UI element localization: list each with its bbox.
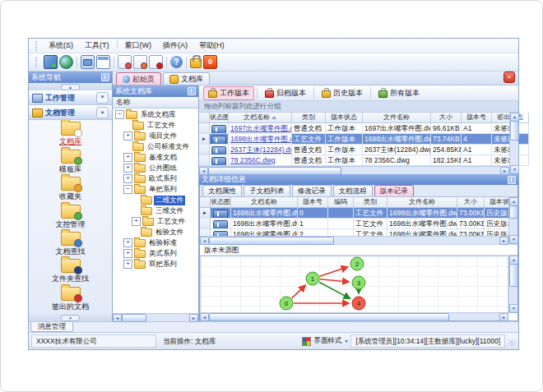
table-row[interactable]: ►1698出水嘴零件图.dwg工艺文件工作版本1698出水嘴零件图.dwg73.…	[199, 134, 509, 145]
help-icon[interactable]: ?	[170, 56, 183, 68]
sidebar-expand-strip[interactable]: ▼	[29, 314, 112, 321]
folder-open-icon[interactable]	[81, 55, 95, 69]
table-cell[interactable]: 73.00KB	[457, 219, 485, 229]
detail-tab-文档属性[interactable]: 文档属性	[202, 185, 242, 196]
table-cell[interactable]: 182.15KB	[431, 155, 462, 166]
tree-hscrollbar[interactable]: ◄ ►	[113, 313, 198, 321]
detail-tab-文档流程[interactable]: 文档流程	[333, 185, 373, 196]
pin-icon[interactable]	[188, 87, 196, 95]
table-cell[interactable]: 历史版本	[485, 208, 508, 219]
message-management-tab[interactable]: 消息管理	[30, 322, 73, 332]
collapse-icon[interactable]: −	[115, 110, 124, 119]
column-header-状态图[interactable]: 状态图	[210, 113, 229, 123]
scroll-thumb[interactable]	[209, 237, 334, 245]
column-header-大小[interactable]: 大小	[431, 113, 462, 123]
tree-node-公共图纸[interactable]: +公共图纸	[113, 163, 198, 173]
table-cell[interactable]: 1697出水嘴零件图.dwg	[229, 123, 292, 134]
tree-node-基准文档[interactable]: +基准文档	[113, 152, 198, 163]
column-header-大小[interactable]: 大小	[457, 197, 485, 208]
tab-文档库[interactable]: 文档库	[163, 72, 210, 85]
detail-tab-子文档列表[interactable]: 子文档列表	[244, 185, 290, 196]
tree-node-检验标准[interactable]: +检验标准	[113, 238, 198, 248]
page-add-icon[interactable]	[118, 55, 132, 69]
detail-tab-修改记录[interactable]: 修改记录	[292, 185, 332, 196]
column-header-版本状态[interactable]: 版本状态	[485, 197, 508, 208]
version-filter-归档版本[interactable]: 归档版本	[260, 86, 311, 100]
grid-hscrollbar[interactable]: ◄ ►	[200, 236, 508, 244]
detail-tab-版本记录[interactable]: 版本记录	[374, 185, 414, 196]
scroll-right-icon[interactable]: ►	[189, 314, 198, 322]
table-row[interactable]: ►1698出水嘴零件图.dwg0工艺文件1698出水嘴零件图.dwg73.00K…	[200, 208, 508, 219]
tree-column-header[interactable]: 名称	[113, 97, 198, 108]
menu-item[interactable]: 系统(S)	[43, 39, 79, 53]
table-cell[interactable]: A1	[462, 145, 492, 155]
table-cell[interactable]: 1698出水嘴零件图.dwg	[363, 134, 431, 145]
table-cell[interactable]: 1698出水嘴零件图.dwg	[388, 208, 457, 219]
scroll-thumb[interactable]	[509, 264, 518, 287]
scroll-thumb[interactable]	[209, 313, 449, 321]
version-filter-所有版本[interactable]: 所有版本	[374, 86, 425, 100]
scroll-down-icon[interactable]: ▼	[510, 165, 519, 174]
menu-item[interactable]: 帮助(H)	[193, 39, 230, 53]
graph-vscrollbar[interactable]: ▲ ▼	[508, 256, 517, 313]
tree-node-工艺文件[interactable]: +工艺文件	[113, 216, 198, 227]
table-row[interactable]: 1698出水嘴零件图.dwg1工艺文件1698出水嘴零件图.dwg73.00KB…	[200, 219, 508, 229]
version-filter-历史版本[interactable]: 历史版本	[317, 86, 368, 100]
column-header-文件名称[interactable]: 文件名称	[388, 197, 457, 208]
scroll-down-icon[interactable]: ▼	[509, 304, 518, 313]
screen-icon[interactable]	[44, 55, 58, 69]
column-header-文档名称[interactable]: 文档名称	[229, 113, 292, 123]
table-cell[interactable]	[328, 208, 354, 219]
column-header-版本号[interactable]: 版本号	[462, 113, 492, 123]
expand-icon[interactable]: +	[132, 217, 141, 226]
column-header-版本状态[interactable]: 版本状态	[326, 113, 363, 123]
scroll-down-icon[interactable]: ▼	[509, 235, 518, 244]
table-cell[interactable]: 工艺文件	[354, 229, 388, 236]
sidebar-item-文件夹查找[interactable]: 文件夹查找	[52, 259, 89, 284]
table-cell[interactable]	[328, 229, 354, 236]
tree-node-工艺文件[interactable]: 工艺文件	[113, 120, 198, 131]
table-cell[interactable]: 工作版本	[326, 134, 363, 145]
tree-node-二维文件[interactable]: 二维文件	[113, 195, 198, 205]
column-header-类别[interactable]: 类别	[354, 197, 388, 208]
ui-style-dropdown[interactable]: 界面样式 ▼	[302, 336, 348, 346]
expand-icon[interactable]: +	[123, 249, 132, 258]
page-delete-icon[interactable]	[149, 55, 163, 69]
grid-vscrollbar[interactable]: ▲ ▼	[509, 113, 518, 174]
window-layout-icon[interactable]	[96, 55, 110, 69]
pin-icon[interactable]	[101, 73, 109, 81]
scroll-thumb[interactable]	[509, 205, 518, 219]
table-cell[interactable]	[328, 219, 354, 229]
column-header-文档名称[interactable]: 文档名称	[231, 197, 298, 208]
table-cell[interactable]: 1698出水嘴零件图.dwg	[229, 134, 292, 145]
table-cell[interactable]: A1	[462, 123, 492, 134]
column-header-状态图[interactable]: 状态图	[211, 197, 231, 208]
grid-hscrollbar[interactable]: ◄ ►	[199, 166, 509, 174]
table-cell[interactable]: 历史版本	[485, 229, 508, 236]
sidebar-group-文档管理[interactable]: 文档管理▲	[29, 105, 112, 120]
version-filter-工作版本[interactable]: 工作版本	[203, 86, 254, 100]
menu-item[interactable]: 工具(T)	[79, 39, 115, 53]
table-cell[interactable]: 78 2356C.dwg	[363, 155, 431, 166]
expand-icon[interactable]: +	[123, 174, 132, 183]
chevron-up-icon[interactable]: ▲	[96, 107, 109, 118]
scroll-right-icon[interactable]: ►	[499, 237, 508, 245]
table-cell[interactable]: 4	[462, 134, 492, 145]
tree-node-公司标准文件[interactable]: 公司标准文件	[113, 141, 198, 152]
table-cell[interactable]: 普通文档	[292, 145, 326, 155]
table-cell[interactable]: 2637主体(12284).dwg	[229, 145, 292, 155]
scroll-right-icon[interactable]: ►	[500, 167, 509, 175]
table-cell[interactable]: 0	[298, 208, 328, 219]
scroll-left-icon[interactable]: ◄	[200, 237, 209, 245]
globe-icon[interactable]	[59, 55, 73, 69]
scroll-left-icon[interactable]: ◄	[199, 167, 208, 175]
sidebar-item-签出的文档[interactable]: 签出的文档	[52, 287, 89, 312]
collapse-icon[interactable]: −	[123, 185, 132, 194]
tree-node-系统文档库[interactable]: −系统文档库	[113, 109, 198, 120]
scroll-right-icon[interactable]: ►	[499, 313, 508, 321]
scroll-left-icon[interactable]: ◄	[200, 313, 209, 321]
table-row[interactable]: 1698出水嘴零件图.dwg2工艺文件1698出水嘴零件图.dwg73.00KB…	[200, 229, 508, 236]
resize-grip[interactable]	[508, 335, 516, 347]
table-cell[interactable]: 工作版本	[326, 155, 363, 166]
table-cell[interactable]: 1698出水嘴零件图.dwg	[388, 229, 457, 236]
